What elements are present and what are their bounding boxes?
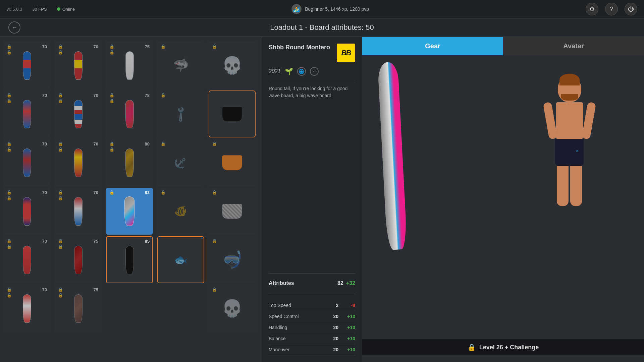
stat-label: Balance — [269, 336, 325, 341]
lock-icon2: 🔒 — [109, 50, 114, 55]
gear-item[interactable]: 🔒 🔒 70 — [3, 188, 50, 235]
gear-item[interactable]: 🔒 — [209, 139, 256, 186]
board-image — [65, 194, 92, 228]
gear-item[interactable]: 🔒 🔒 80 — [106, 139, 153, 186]
avatar-legs — [555, 166, 584, 206]
gear-item[interactable]: 🔒 🔒 70 — [3, 139, 50, 186]
gear-item[interactable]: 🔒 ⚓ — [157, 139, 204, 186]
board-name: Shbb Round Montero — [269, 44, 330, 51]
divider — [269, 293, 355, 293]
tab-gear[interactable]: Gear — [362, 37, 503, 55]
cell-score: 70 — [94, 93, 98, 98]
top-bar: v0.5.0.3 30 FPS Online 🏄 Beginner 5, 144… — [0, 0, 644, 18]
lock-icon2: 🔒 — [58, 196, 63, 200]
fps-label: 30 FPS — [32, 7, 47, 12]
fins-image: 🔧 — [167, 97, 194, 131]
gear-item[interactable]: 🔒 🔒 78 — [106, 90, 153, 137]
cell-score: 70 — [42, 239, 47, 244]
gear-item[interactable]: 🔒 🔒 70 — [55, 139, 102, 186]
divider — [269, 273, 355, 274]
shorts-image — [219, 146, 246, 179]
eco-icon: 🌱 — [285, 67, 293, 75]
back-button[interactable]: ← — [8, 21, 20, 34]
gear-item[interactable]: 🔒 — [209, 188, 256, 235]
gear-item[interactable]: 🔒 🐠 — [157, 188, 204, 235]
gear-item[interactable]: 🔒 💀 — [209, 42, 256, 89]
lock-icon: 🔒 — [109, 44, 114, 49]
gear-item[interactable]: 🔒 🔒 70 — [55, 42, 102, 89]
board-image — [116, 97, 143, 131]
detail-meta: 2021 🌱 🌐 〰 — [269, 67, 355, 76]
lock-icon2: 🔒 — [7, 99, 12, 103]
cell-score: 82 — [145, 190, 150, 195]
board-image — [116, 194, 143, 228]
title-bar: ← Loadout 1 - Board attributes: 50 — [0, 18, 644, 37]
cell-score: 70 — [42, 141, 47, 146]
gear-item[interactable]: 🔒 🔒 75 — [55, 285, 102, 332]
stat-row: Balance 20 +10 — [269, 333, 355, 344]
gear-item[interactable]: 🔒 💀 — [209, 285, 256, 332]
help-button[interactable]: ? — [605, 3, 618, 15]
attributes-bonus: +32 — [346, 280, 355, 286]
gear-grid: 🔒 🔒 70 🔒 🔒 70 🔒 🔒 75 🔒 — [0, 37, 262, 362]
lock-icon: 🔒 — [7, 44, 12, 49]
shorts-image — [219, 97, 246, 131]
gear-item[interactable]: 82 🔒 — [106, 188, 153, 235]
lock-icon2: 🔒 — [109, 99, 114, 103]
lock-icon: 🔒 — [161, 141, 166, 146]
board-description: Round tail, If you're looking for a good… — [269, 81, 355, 99]
lock-icon2: 🔒 — [58, 50, 63, 55]
lock-icon: 🔒 — [58, 287, 63, 292]
gear-item[interactable]: 🔒 🔒 70 — [55, 188, 102, 235]
skeleton-image: 💀 — [219, 49, 246, 82]
gear-item[interactable]: 🐟 — [157, 236, 204, 283]
gear-item[interactable]: 85 — [106, 236, 153, 283]
lock-icon2: 🔒 — [7, 147, 12, 152]
gear-item[interactable]: 🔒 🔒 70 — [3, 42, 50, 89]
gear-item[interactable]: 🔒 🔒 75 — [55, 236, 102, 283]
stat-value: 20 — [325, 314, 338, 319]
avatar-shorts — [555, 139, 584, 166]
lock-icon2: 🔒 — [58, 244, 63, 249]
stat-diff: +10 — [338, 325, 355, 330]
gear-item[interactable]: 🔒 🦈 — [157, 42, 204, 89]
gear-item-empty — [106, 285, 153, 332]
settings-button[interactable]: ⚙ — [586, 3, 598, 15]
stats-list: Top Speed 2 -8 Speed Control 20 +10 Hand… — [269, 300, 355, 355]
gear-item[interactable]: 🔒 🔧 — [157, 90, 204, 137]
gear-item[interactable]: 🔒 🔒 70 — [3, 285, 50, 332]
page-title: Loadout 1 - Board attributes: 50 — [27, 23, 617, 32]
stat-diff: +10 — [338, 347, 355, 352]
lock-icon2: 🔒 — [58, 293, 63, 298]
cell-score: 70 — [94, 44, 98, 49]
avatar-torso — [556, 102, 583, 139]
detail-header: Shbb Round Montero BB — [269, 44, 355, 62]
avatar-area: 🔒 Level 26 + Challenge — [362, 55, 644, 362]
lock-icon: 🔒 — [212, 44, 217, 49]
lock-icon2: 🔒 — [109, 147, 114, 152]
gear-item[interactable]: 🔒 🔒 75 — [106, 42, 153, 89]
lock-icon: 🔒 — [109, 190, 114, 195]
lock-icon: 🔒 — [161, 190, 166, 195]
lock-icon: 🔒 — [212, 190, 217, 195]
lock-icon: 🔒 — [212, 239, 217, 243]
globe-icon: 🌐 — [297, 67, 306, 76]
wave-icon: 〰 — [310, 67, 319, 76]
gear-item[interactable]: 🔒 🤿 — [209, 236, 256, 283]
gear-item[interactable]: 🔒 🔒 70 — [55, 90, 102, 137]
board-image — [13, 49, 40, 82]
stat-value: 20 — [325, 347, 338, 352]
lock-icon2: 🔒 — [7, 50, 12, 55]
lock-icon: 🔒 — [109, 93, 114, 98]
cell-score: 70 — [94, 190, 98, 195]
online-label: Online — [62, 7, 75, 12]
skeleton-image: 💀 — [219, 292, 246, 325]
avatar-leg-left — [557, 166, 569, 206]
online-status: Online — [57, 7, 75, 12]
lock-icon2: 🔒 — [7, 244, 12, 249]
power-button[interactable]: ⏻ — [625, 3, 637, 15]
gear-item[interactable] — [209, 90, 256, 137]
tab-avatar[interactable]: Avatar — [503, 37, 644, 55]
gear-item[interactable]: 🔒 🔒 70 — [3, 90, 50, 137]
gear-item[interactable]: 🔒 🔒 70 — [3, 236, 50, 283]
